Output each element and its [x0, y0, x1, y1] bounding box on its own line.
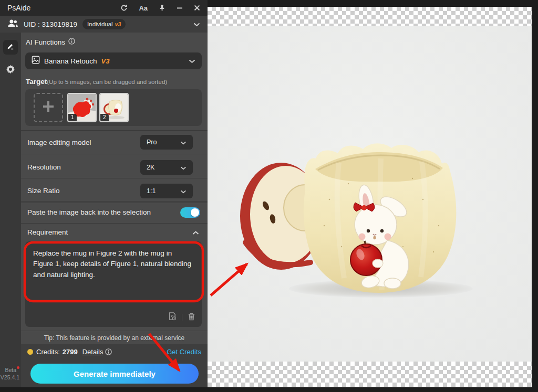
psaide-panel: PsAide Aa UID : 313019 — [0, 0, 208, 387]
target-image-list: 1 2 — [25, 89, 202, 126]
toggle-knob — [191, 208, 199, 217]
users-icon — [7, 18, 18, 30]
credits-value: 2799 — [63, 348, 78, 356]
thumbnail-index-badge: 1 — [68, 114, 77, 121]
edit-tool-button[interactable] — [3, 40, 18, 55]
ai-function-version: V3 — [101, 57, 110, 65]
beta-label: Beta — [5, 367, 16, 373]
info-icon[interactable] — [68, 38, 75, 46]
plan-name: Individual — [87, 21, 113, 27]
transparency-checker-bottom — [208, 362, 532, 387]
external-service-tip: Tip: This feature is provided by an exte… — [21, 331, 208, 344]
credits-label: Credits: — [36, 348, 60, 356]
beta-dot — [17, 366, 19, 369]
setting-label: Image editing model — [27, 139, 91, 146]
chevron-down-icon — [189, 56, 195, 66]
pin-icon[interactable] — [159, 4, 165, 12]
paste-back-row: Paste the image back into the selection — [21, 203, 208, 221]
chevron-down-icon — [180, 163, 187, 172]
size-ratio-select[interactable]: 1:1 — [140, 184, 193, 198]
setting-label: Size Ratio — [27, 187, 60, 195]
resolution-value: 2K — [147, 164, 154, 171]
plan-badge: Individual v3 — [82, 19, 126, 29]
ai-functions-header: AI Functions — [26, 38, 75, 46]
paste-back-toggle[interactable] — [180, 207, 200, 218]
target-thumbnail-1[interactable]: 1 — [67, 93, 97, 122]
target-hint: (Up to 5 images, can be dragged and sort… — [47, 79, 167, 85]
footer-section: Credits: 2799 Details Get Credits Genera… — [21, 344, 208, 387]
model-value: Pro — [147, 139, 157, 146]
minimize-icon[interactable] — [177, 5, 183, 11]
close-icon[interactable] — [194, 5, 200, 11]
target-header: Target(Up to 5 images, can be dragged an… — [26, 78, 167, 86]
ai-function-value: Banana Retouch — [44, 57, 97, 65]
get-credits-link[interactable]: Get Credits — [167, 348, 201, 356]
setting-row-resolution: Resolution 2K — [21, 156, 208, 178]
save-preset-icon[interactable] — [168, 312, 177, 323]
settings-tool-button[interactable] — [6, 65, 15, 74]
refresh-icon[interactable] — [120, 4, 128, 12]
font-size-icon[interactable]: Aa — [139, 4, 148, 12]
trash-icon[interactable] — [188, 312, 195, 323]
canvas-image-mug[interactable] — [208, 26, 532, 362]
setting-row-model: Image editing model Pro — [21, 130, 208, 154]
version-info: Beta V25.4.1 — [0, 366, 21, 381]
app-title: PsAide — [7, 4, 30, 12]
model-select[interactable]: Pro — [140, 135, 193, 150]
ai-functions-label: AI Functions — [26, 38, 65, 46]
chevron-up-icon — [192, 228, 199, 237]
target-label: Target — [26, 78, 47, 86]
info-icon[interactable] — [105, 348, 112, 355]
pencil-icon — [6, 42, 15, 52]
chevron-down-icon[interactable] — [193, 19, 200, 29]
requirement-header[interactable]: Requirement — [21, 223, 208, 241]
requirement-box: Replace the mug in Figure 2 with the mug… — [25, 241, 202, 327]
target-thumbnail-2[interactable]: 2 — [99, 93, 129, 122]
paste-back-label: Paste the image back into the selection — [27, 208, 151, 216]
size-ratio-value: 1:1 — [147, 187, 156, 195]
setting-label: Resolution — [27, 163, 61, 171]
plan-version: v3 — [115, 21, 121, 27]
thumbnail-index-badge: 2 — [100, 114, 109, 121]
requirement-input[interactable]: Replace the mug in Figure 2 with the mug… — [25, 241, 202, 303]
add-image-button[interactable] — [34, 93, 63, 122]
setting-row-size-ratio: Size Ratio 1:1 — [21, 181, 208, 202]
chevron-down-icon — [180, 186, 187, 196]
requirement-label: Requirement — [27, 228, 68, 236]
image-edit-icon — [32, 56, 40, 66]
tool-rail: Beta V25.4.1 — [0, 33, 21, 387]
generate-button[interactable]: Generate immediately — [30, 364, 199, 384]
ai-function-select[interactable]: Banana Retouch V3 — [25, 52, 202, 69]
divider — [182, 314, 182, 321]
credits-dot — [27, 349, 33, 355]
version-number: V25.4.1 — [0, 374, 19, 381]
titlebar: PsAide Aa — [0, 0, 208, 16]
resolution-select[interactable]: 2K — [140, 160, 193, 175]
uid-label: UID : 313019819 — [24, 20, 77, 28]
plus-icon — [42, 100, 55, 115]
document-canvas[interactable] — [208, 0, 532, 392]
transparency-checker-top — [208, 7, 532, 26]
chevron-down-icon — [180, 137, 187, 147]
gear-icon — [6, 67, 15, 76]
panel-content: AI Functions Banana Retouch V3 Target(Up… — [21, 33, 208, 387]
app-window: PsAide Aa UID : 313019 — [0, 0, 538, 392]
details-link[interactable]: Details — [82, 348, 104, 356]
account-row[interactable]: UID : 313019819 Individual v3 — [0, 16, 208, 33]
